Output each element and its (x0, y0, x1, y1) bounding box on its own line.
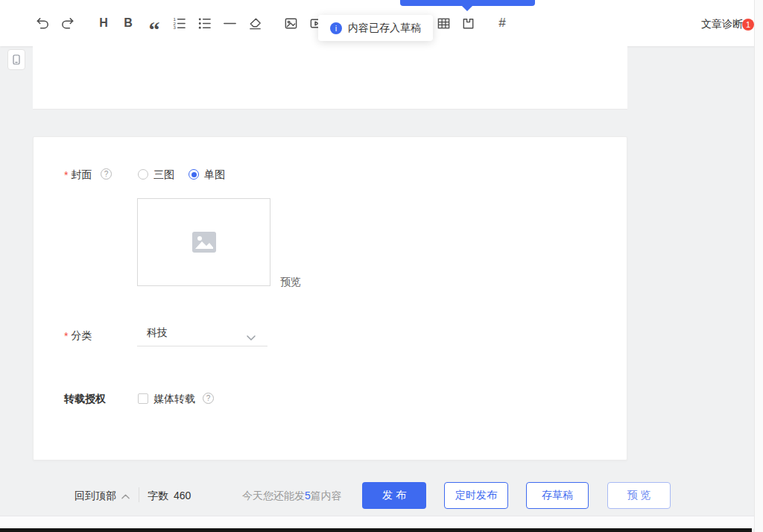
toast-message: 内容已存入草稿 (348, 22, 421, 35)
phone-icon (10, 54, 22, 66)
radio-three-images[interactable] (138, 169, 148, 180)
category-select[interactable]: 科技 (137, 320, 267, 346)
scrolled-publish-button[interactable] (400, 0, 535, 6)
word-count-value: 460 (174, 490, 191, 503)
insert-image-button[interactable] (282, 15, 299, 31)
topic-hashtag-button[interactable]: # (494, 15, 510, 31)
ordered-list-icon: 123 (172, 16, 186, 31)
radio-single-image-label[interactable]: 单图 (204, 168, 225, 182)
publish-button[interactable]: 发 布 (362, 482, 426, 509)
undo-button[interactable] (34, 15, 51, 31)
daily-quota-text: 今天您还能发5篇内容 (242, 490, 342, 503)
clear-format-button[interactable] (247, 15, 263, 31)
redo-icon (60, 16, 75, 31)
radio-single-image[interactable] (189, 169, 199, 180)
back-to-top-button[interactable]: 回到顶部 (75, 490, 130, 503)
hashtag-icon: # (498, 16, 505, 31)
chevron-down-icon (247, 331, 256, 343)
publish-settings-card: * 封面 ? 三图 单图 预览 * 分类 科技 转载授权 媒体转载 ? (33, 136, 627, 460)
article-diagnosis-link[interactable]: 文章诊断 (701, 18, 743, 31)
svg-text:3: 3 (173, 25, 176, 30)
redo-button[interactable] (59, 15, 75, 31)
bottom-strip (0, 516, 754, 529)
cover-help-icon[interactable]: ? (101, 168, 112, 180)
heading-icon: H (99, 16, 108, 30)
scheduled-publish-button[interactable]: 定时发布 (444, 482, 508, 509)
quota-count: 5 (305, 490, 311, 501)
media-reprint-label[interactable]: 媒体转载 (153, 393, 195, 406)
bold-button[interactable]: B (120, 15, 136, 31)
editor-card-bottom (33, 46, 627, 110)
chevron-up-icon (121, 494, 130, 499)
image-icon (284, 16, 298, 31)
save-draft-icon-button[interactable] (460, 15, 476, 31)
save-draft-button[interactable]: 存草稿 (526, 482, 589, 509)
cover-preview-link[interactable]: 预览 (280, 276, 301, 289)
bullet-list-icon (197, 16, 212, 31)
vertical-scrollbar[interactable] (754, 0, 763, 532)
draft-saved-toast: i 内容已存入草稿 (318, 15, 433, 41)
reprint-help-icon[interactable]: ? (203, 393, 214, 404)
category-selected-value: 科技 (137, 326, 168, 340)
table-icon (437, 16, 451, 31)
word-count-label: 字数 (148, 490, 168, 503)
tooltip-arrow (462, 6, 472, 11)
save-icon (461, 16, 475, 31)
horizontal-rule-button[interactable] (221, 15, 238, 31)
diagnosis-count-badge: 1 (742, 19, 754, 31)
preview-button[interactable]: 预 览 (607, 482, 671, 509)
eraser-icon (248, 16, 262, 31)
horizontal-rule-icon (223, 16, 237, 31)
bullet-list-button[interactable] (196, 15, 212, 31)
insert-table-button[interactable] (435, 15, 452, 31)
word-count: 字数 460 (148, 490, 191, 503)
category-field-label: * 分类 (64, 329, 92, 343)
reprint-field-label: 转载授权 (64, 393, 106, 406)
image-placeholder-icon (192, 232, 216, 253)
bottom-dark-bar (0, 528, 752, 532)
ordered-list-button[interactable]: 123 (171, 15, 187, 31)
cover-field-label: * 封面 (64, 168, 92, 182)
bold-icon: B (124, 16, 133, 30)
blockquote-button[interactable]: “ (146, 15, 162, 31)
required-asterisk: * (64, 169, 68, 181)
media-reprint-checkbox[interactable] (138, 393, 148, 404)
info-icon: i (330, 22, 342, 34)
heading-button[interactable]: H (95, 15, 112, 31)
radio-three-images-label[interactable]: 三图 (153, 168, 174, 182)
footer-divider (139, 487, 139, 502)
mobile-preview-button[interactable] (7, 49, 25, 70)
cover-upload-box[interactable] (137, 198, 270, 286)
undo-icon (36, 16, 50, 31)
required-asterisk: * (64, 330, 68, 342)
